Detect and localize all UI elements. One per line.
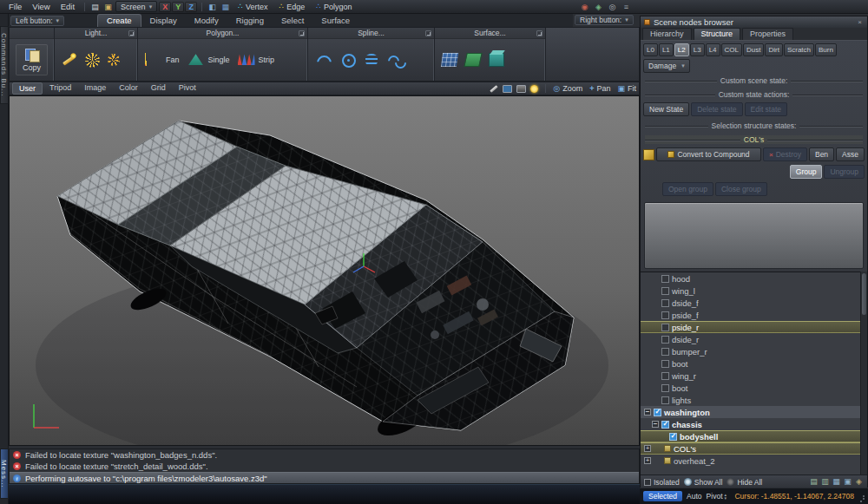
- state-button[interactable]: Delete state: [691, 102, 742, 116]
- level-button[interactable]: L1: [659, 43, 674, 56]
- expander-icon[interactable]: [644, 445, 651, 452]
- panel-tab[interactable]: Structure: [694, 28, 741, 40]
- axis-toggle[interactable]: X: [159, 2, 171, 12]
- layers-icon[interactable]: [621, 2, 632, 12]
- target-icon[interactable]: [607, 2, 618, 12]
- mode-button[interactable]: ∴ Edge: [273, 1, 310, 12]
- visibility-checkbox[interactable]: [661, 311, 669, 319]
- node-row[interactable]: washington: [641, 406, 867, 418]
- import-list-icon[interactable]: [820, 477, 830, 487]
- level-button[interactable]: Dirt: [765, 43, 782, 56]
- panel-header[interactable]: Scene nodes browser ×: [641, 16, 867, 28]
- cube-icon[interactable]: [207, 2, 218, 12]
- state-button[interactable]: New State: [643, 102, 689, 116]
- node-row[interactable]: boot: [641, 382, 867, 394]
- level-button[interactable]: L0: [643, 43, 658, 56]
- dialog-launcher-icon[interactable]: [425, 30, 431, 36]
- new-file-icon[interactable]: [89, 2, 101, 12]
- state-button[interactable]: Edit state: [745, 102, 787, 116]
- viewport-tab[interactable]: User: [12, 82, 43, 95]
- mini-button[interactable]: Asse: [836, 147, 865, 161]
- export-list-icon[interactable]: [809, 477, 819, 487]
- dialog-launcher-icon[interactable]: [536, 30, 542, 36]
- folder-icon[interactable]: [102, 2, 114, 12]
- visibility-checkbox[interactable]: [661, 348, 669, 356]
- destroy-button[interactable]: × Destroy: [763, 147, 807, 161]
- snap-icon[interactable]: [593, 2, 604, 12]
- ribbon-tab[interactable]: Select: [273, 15, 312, 27]
- viewport-nav-button[interactable]: Zoom: [553, 84, 582, 93]
- level-button[interactable]: L4: [706, 43, 720, 56]
- visibility-checkbox[interactable]: [654, 409, 661, 416]
- viewport[interactable]: [9, 95, 640, 446]
- visibility-checkbox[interactable]: [661, 336, 669, 344]
- node-row[interactable]: chassis: [641, 418, 867, 430]
- node-row[interactable]: pside_f: [641, 309, 867, 321]
- isolated-toggle[interactable]: Isolated: [644, 478, 680, 487]
- selection-mode-badge[interactable]: Selected: [643, 491, 682, 501]
- visibility-checkbox[interactable]: [661, 421, 669, 429]
- visibility-checkbox[interactable]: [661, 372, 669, 380]
- expander-icon[interactable]: [644, 409, 651, 416]
- grid-icon[interactable]: [220, 2, 231, 12]
- log-entry[interactable]: Performing autosave to "c:\program files…: [10, 472, 639, 483]
- right-button-select[interactable]: Right button: ▾: [575, 15, 634, 25]
- box-surface-icon[interactable]: [489, 53, 504, 67]
- visibility-checkbox[interactable]: [661, 275, 669, 283]
- star-icon[interactable]: [108, 54, 120, 66]
- menu-item[interactable]: Edit: [56, 1, 80, 12]
- revolve-icon[interactable]: [464, 53, 482, 67]
- dialog-launcher-icon[interactable]: [299, 30, 305, 36]
- ribbon-tab[interactable]: Surface: [312, 15, 358, 27]
- viewport-nav-button[interactable]: Pan: [589, 84, 610, 93]
- visibility-checkbox[interactable]: [661, 324, 669, 331]
- ribbon-tool[interactable]: Single: [187, 53, 230, 67]
- level-button[interactable]: Dust: [743, 43, 764, 56]
- spinner-arrows-icon[interactable]: ▴▾: [725, 493, 727, 500]
- ribbon-tab[interactable]: Display: [141, 15, 186, 27]
- node-row[interactable]: hood: [641, 272, 867, 285]
- damage-select[interactable]: Damage ▾: [643, 59, 690, 73]
- log-entry[interactable]: Failed to locate texture "stretch_detail…: [10, 461, 639, 472]
- node-row[interactable]: lights: [641, 394, 867, 406]
- starburst-icon[interactable]: [85, 53, 100, 68]
- grid-patch-icon[interactable]: [441, 53, 458, 67]
- copy-button[interactable]: Copy: [16, 44, 48, 75]
- open-close-group-button[interactable]: Close group: [715, 182, 767, 196]
- close-icon[interactable]: ×: [856, 18, 864, 26]
- auto-mode-label[interactable]: Auto: [687, 492, 702, 501]
- copy-list-icon[interactable]: [832, 477, 841, 487]
- magnet-icon[interactable]: [579, 2, 590, 12]
- expander-icon[interactable]: [652, 421, 659, 428]
- mode-button[interactable]: ∴ Polygon: [311, 1, 357, 12]
- open-close-group-button[interactable]: Open group: [662, 182, 713, 196]
- node-row[interactable]: COL's: [641, 442, 867, 455]
- viewport-tab[interactable]: Image: [78, 82, 112, 95]
- visibility-checkbox[interactable]: [661, 360, 669, 368]
- visibility-checkbox[interactable]: [661, 384, 669, 392]
- node-row[interactable]: wing_l: [641, 285, 867, 297]
- commands-panel-tab[interactable]: Commands Bu...: [0, 26, 9, 104]
- sparkle-pen-icon[interactable]: [62, 52, 77, 68]
- convert-to-compound-button[interactable]: Convert to Compound: [656, 147, 761, 161]
- dialog-launcher-icon[interactable]: [128, 30, 135, 36]
- node-row[interactable]: dside_r: [641, 333, 867, 345]
- viewport-tab[interactable]: Tripod: [43, 82, 77, 95]
- circle-icon[interactable]: [339, 52, 356, 68]
- visibility-checkbox[interactable]: [661, 299, 669, 307]
- level-button[interactable]: COL: [721, 43, 742, 56]
- log-entry[interactable]: Failed to locate texture "washington_bad…: [10, 449, 639, 461]
- ribbon-tab[interactable]: Create: [97, 14, 141, 27]
- ribbon-tab[interactable]: Rigging: [227, 15, 273, 27]
- level-button[interactable]: Scratch: [784, 43, 814, 56]
- show-all-button[interactable]: Show All: [684, 478, 723, 487]
- node-row[interactable]: boot: [641, 357, 867, 370]
- ribbon-tool[interactable]: Strip: [238, 53, 275, 67]
- arc-icon[interactable]: [315, 52, 332, 68]
- wave-icon[interactable]: [388, 52, 404, 68]
- expander-icon[interactable]: [644, 457, 651, 464]
- level-button[interactable]: L2: [674, 43, 689, 56]
- resize-grip-icon[interactable]: [858, 492, 865, 501]
- messages-panel-tab[interactable]: Mess...: [0, 448, 9, 499]
- ribbon-tab[interactable]: Modify: [186, 15, 227, 27]
